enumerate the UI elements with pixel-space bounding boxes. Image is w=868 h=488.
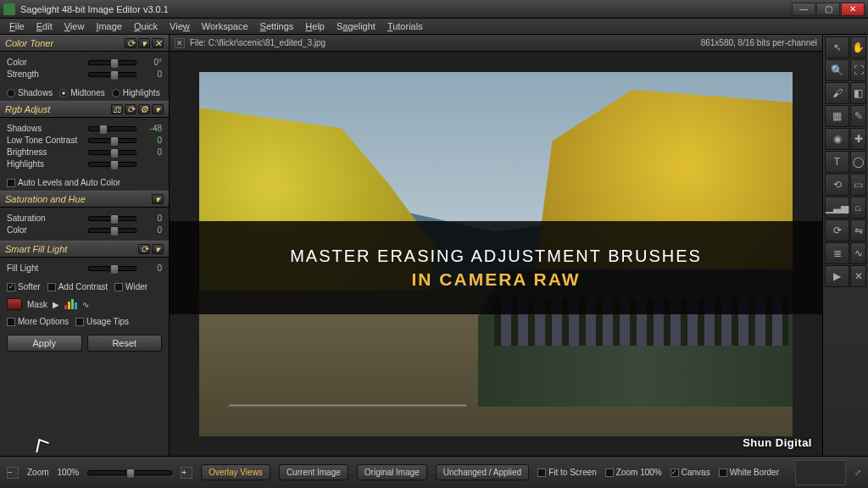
hue-slider[interactable] xyxy=(88,228,136,233)
menu-file[interactable]: File xyxy=(3,19,31,33)
tool-crop[interactable]: ⛶ xyxy=(850,59,866,81)
tool-heal[interactable]: ✚ xyxy=(850,128,866,150)
tool-brush[interactable]: 🖌 xyxy=(825,82,849,104)
panel-title: Saturation and Hue xyxy=(5,194,86,204)
panel-title: Rgb Adjust xyxy=(5,104,50,114)
highlights-slider[interactable] xyxy=(88,162,136,167)
tool-eraser[interactable]: ◧ xyxy=(850,82,866,104)
panel-icon[interactable]: ▾ xyxy=(152,194,164,204)
tool-select[interactable]: ▭ xyxy=(850,174,866,196)
tool-hand[interactable]: ✋ xyxy=(850,36,866,58)
saturation-value: 0 xyxy=(142,214,162,223)
tool-layers[interactable]: ≣ xyxy=(825,242,849,264)
window-title: Sagelight 48-bit Image Editor v3.0.1 xyxy=(20,4,169,14)
menu-view[interactable]: View xyxy=(58,19,91,33)
image-canvas[interactable]: MASTER ERASING ADJUSTMENT BRUSHES IN CAM… xyxy=(170,52,822,456)
maximize-button[interactable]: ▢ xyxy=(816,3,840,16)
check-whiteborder[interactable]: White Border xyxy=(719,468,779,477)
balance-icon[interactable]: ⚖ xyxy=(111,104,123,114)
panel-icon[interactable]: ⟳ xyxy=(125,38,136,48)
shadows-slider[interactable] xyxy=(88,126,136,131)
strength-slider[interactable] xyxy=(88,72,136,77)
radio-midtones[interactable]: Midtones xyxy=(59,88,105,97)
tool-clone[interactable]: ◉ xyxy=(825,128,849,150)
panel-rgbadjust-header[interactable]: Rgb Adjust ⚖⟳⚙▾ xyxy=(0,101,169,118)
reset-button[interactable]: Reset xyxy=(87,335,163,352)
tool-pointer[interactable]: ↖ xyxy=(825,36,849,58)
menu-help[interactable]: Help xyxy=(299,19,331,33)
apply-button[interactable]: Apply xyxy=(7,335,82,352)
split-view-tab[interactable]: Unchanged / Applied xyxy=(436,464,529,480)
menu-tutorials[interactable]: Tutorials xyxy=(381,19,429,33)
menubar: File Edit View Image Quick View Workspac… xyxy=(0,19,868,35)
panel-icon[interactable]: ✕ xyxy=(152,38,164,48)
mask-play-icon[interactable]: ▶ xyxy=(53,300,59,309)
check-addcontrast[interactable]: Add Contrast xyxy=(47,282,108,291)
check-moreoptions[interactable]: More Options xyxy=(7,317,69,326)
check-wider[interactable]: Wider xyxy=(114,282,147,291)
check-canvas[interactable]: ✓Canvas xyxy=(670,468,710,477)
panel-sathue-header[interactable]: Saturation and Hue ▾ xyxy=(0,191,169,208)
menu-image[interactable]: Image xyxy=(90,19,128,33)
minimize-button[interactable]: — xyxy=(792,3,815,16)
saturation-slider[interactable] xyxy=(88,216,136,221)
menu-quick[interactable]: Quick xyxy=(128,19,164,33)
tool-text[interactable]: T xyxy=(825,151,849,173)
mask-swatch-icon[interactable] xyxy=(7,298,22,310)
left-sidebar: Color Toner ⟳▾✕ Color0° Strength0 Shadow… xyxy=(0,35,170,456)
tool-zoom[interactable]: 🔍 xyxy=(825,59,849,81)
tool-flip[interactable]: ⇋ xyxy=(850,219,866,241)
menu-edit[interactable]: Edit xyxy=(31,19,58,33)
tool-play[interactable]: ▶ xyxy=(825,265,849,287)
menu-settings[interactable]: Settings xyxy=(254,19,300,33)
panel-smartfill-header[interactable]: Smart Fill Light ⟳▾ xyxy=(0,241,169,258)
close-button[interactable]: ✕ xyxy=(841,3,865,16)
radio-shadows[interactable]: Shadows xyxy=(7,88,53,97)
overlay-views-tab[interactable]: Overlay Views xyxy=(201,464,270,480)
panel-icon[interactable]: ▾ xyxy=(152,104,164,114)
tool-curve[interactable]: ∿ xyxy=(850,242,866,264)
tool-levels[interactable]: ⏢ xyxy=(850,197,866,219)
expand-icon[interactable]: ⤢ xyxy=(854,468,861,477)
menu-workspace[interactable]: Workspace xyxy=(196,19,254,33)
panel-icon[interactable]: ⟳ xyxy=(138,244,150,254)
tab-close-icon[interactable]: ✕ xyxy=(175,38,185,48)
strength-label: Strength xyxy=(7,69,83,79)
check-softer[interactable]: ✓Softer xyxy=(7,282,41,291)
panel-colortoner-header[interactable]: Color Toner ⟳▾✕ xyxy=(0,35,169,52)
tool-gradient[interactable]: ▦ xyxy=(825,105,849,127)
gear-icon[interactable]: ⚙ xyxy=(138,104,150,114)
panel-icon[interactable]: ▾ xyxy=(152,244,164,254)
menu-view2[interactable]: View xyxy=(164,19,196,33)
histogram-icon[interactable] xyxy=(64,299,77,309)
check-fit[interactable]: Fit to Screen xyxy=(537,468,597,477)
color-slider[interactable] xyxy=(88,60,136,65)
radio-highlights[interactable]: Highlights xyxy=(112,88,160,97)
brightness-label: Brightness xyxy=(7,147,83,157)
menu-sagelight[interactable]: Sagelight xyxy=(331,19,381,33)
zoom-out-icon[interactable]: − xyxy=(7,467,19,479)
tool-eyedrop[interactable]: ✎ xyxy=(850,105,866,127)
check-zoom100[interactable]: Zoom 100% xyxy=(605,468,662,477)
curve-icon[interactable]: ∿ xyxy=(82,300,89,309)
tool-histogram[interactable]: ▁▃▅ xyxy=(825,197,849,219)
panel-icon[interactable]: ▾ xyxy=(138,38,150,48)
zoom-in-icon[interactable]: + xyxy=(181,467,192,479)
zoom-slider[interactable] xyxy=(87,470,172,475)
tool-shape[interactable]: ◯ xyxy=(850,151,866,173)
brightness-slider[interactable] xyxy=(88,150,136,155)
refresh-icon[interactable]: ⟳ xyxy=(125,104,136,114)
check-autolevels[interactable]: Auto Levels and Auto Color xyxy=(7,178,120,187)
tool-rotate[interactable]: ⟳ xyxy=(825,219,849,241)
original-image-tab[interactable]: Original Image xyxy=(357,464,427,480)
overlay-caption: MASTER ERASING ADJUSTMENT BRUSHES IN CAM… xyxy=(170,221,822,314)
tool-cross[interactable]: ✕ xyxy=(850,265,866,287)
current-image-tab[interactable]: Current Image xyxy=(279,464,348,480)
navigator-preview[interactable] xyxy=(795,460,846,485)
tool-lasso[interactable]: ⟲ xyxy=(825,174,849,196)
color-value: 0° xyxy=(142,58,162,67)
filllight-slider[interactable] xyxy=(88,266,136,271)
lowtone-slider[interactable] xyxy=(88,138,136,143)
check-usagetips[interactable]: Usage Tips xyxy=(75,317,129,326)
shadows-label: Shadows xyxy=(7,124,83,133)
